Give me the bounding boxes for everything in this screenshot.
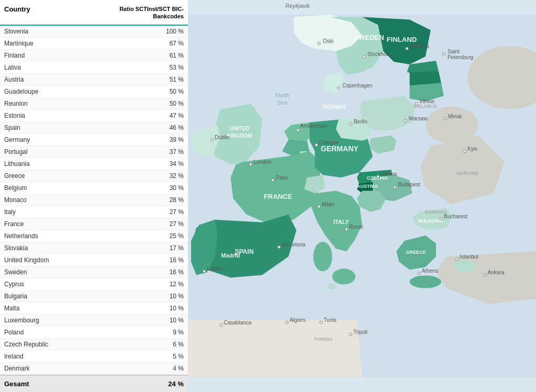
ratio-cell: 4 % bbox=[152, 365, 184, 372]
svg-point-5 bbox=[332, 268, 355, 284]
tripoli-dot bbox=[349, 333, 352, 336]
country-cell: Portugal bbox=[4, 148, 152, 155]
country-cell: Netherlands bbox=[4, 232, 152, 240]
country-cell: Ireland bbox=[4, 353, 152, 360]
country-cell: Martinique bbox=[4, 40, 152, 47]
tunis-dot bbox=[320, 321, 322, 323]
country-cell: Greece bbox=[4, 172, 152, 180]
bucharest-dot bbox=[440, 217, 442, 220]
ankara-dot bbox=[484, 274, 486, 276]
ratio-cell: 27 % bbox=[152, 220, 184, 228]
table-row: Lativa 53 % bbox=[0, 62, 188, 74]
svg-point-7 bbox=[453, 260, 476, 272]
table-row: Spain 46 % bbox=[0, 122, 188, 134]
country-cell: Cyprus bbox=[4, 281, 152, 288]
footer-label: Gesamt bbox=[4, 380, 152, 388]
table-row: Sweden 16 % bbox=[0, 266, 188, 278]
rome-dot bbox=[345, 228, 348, 230]
ratio-cell: 53 % bbox=[152, 64, 184, 71]
copenhagen-dot bbox=[337, 87, 340, 89]
table-row: Portugal 37 % bbox=[0, 146, 188, 158]
country-cell: Lativa bbox=[4, 64, 152, 71]
vilnius-dot bbox=[415, 103, 418, 105]
map-panel: Reykjavik bbox=[188, 0, 536, 392]
cologne-dot bbox=[315, 143, 318, 146]
algiers-dot bbox=[286, 321, 288, 323]
table-row: Denmark 4 % bbox=[0, 363, 188, 375]
ratio-cell: 47 % bbox=[152, 112, 184, 119]
ratio-cell: 10 % bbox=[152, 293, 184, 300]
country-cell: Slovakia bbox=[4, 244, 152, 252]
country-cell: Austria bbox=[4, 76, 152, 83]
country-cell: United Kingdom bbox=[4, 256, 152, 264]
ratio-cell: 51 % bbox=[152, 76, 184, 83]
ratio-cell: 46 % bbox=[152, 124, 184, 131]
saint-petersburg-dot bbox=[442, 52, 445, 55]
madrid-dot bbox=[234, 253, 237, 255]
country-cell: Reunion bbox=[4, 100, 152, 107]
casablanca-dot bbox=[220, 323, 222, 326]
ratio-cell: 30 % bbox=[152, 184, 184, 192]
paris-dot bbox=[271, 179, 274, 182]
europe-map: North Sea SWEDEN FINLAND NORWAY UNITED K… bbox=[188, 0, 536, 392]
table-row: Lithuania 34 % bbox=[0, 158, 188, 170]
country-cell: Czech Republic bbox=[4, 341, 152, 348]
warsaw-dot bbox=[404, 119, 407, 122]
data-table-panel: Country Ratio SCTInst/SCT BIC-Bankcodes … bbox=[0, 0, 188, 392]
table-row: Monaco 28 % bbox=[0, 194, 188, 206]
ratio-cell: 50 % bbox=[152, 100, 184, 107]
ratio-cell: 12 % bbox=[152, 281, 184, 288]
ratio-cell: 17 % bbox=[152, 244, 184, 252]
ratio-cell: 16 % bbox=[152, 268, 184, 276]
helsinki-dot bbox=[406, 47, 408, 50]
country-cell: Finland bbox=[4, 52, 152, 59]
istanbul-dot bbox=[456, 258, 459, 261]
stockholm-dot bbox=[363, 55, 365, 58]
ratio-cell: 34 % bbox=[152, 160, 184, 167]
table-row: France 27 % bbox=[0, 218, 188, 230]
country-cell: Sweden bbox=[4, 268, 152, 276]
ratio-cell: 32 % bbox=[152, 172, 184, 180]
svg-point-3 bbox=[444, 183, 460, 204]
svg-point-8 bbox=[328, 284, 336, 290]
ratio-cell: 9 % bbox=[152, 329, 184, 336]
table-row: Italy 27 % bbox=[0, 206, 188, 218]
country-cell: Bulgaria bbox=[4, 293, 152, 300]
country-cell: Belgium bbox=[4, 184, 152, 192]
table-row: Reunion 50 % bbox=[0, 98, 188, 110]
country-cell: Denmark bbox=[4, 365, 152, 372]
svg-point-4 bbox=[313, 242, 332, 271]
country-cell: Poland bbox=[4, 329, 152, 336]
reykjavik-city-label: Reykjavik bbox=[285, 3, 310, 9]
table-row: Austria 51 % bbox=[0, 74, 188, 86]
table-row: Belgium 30 % bbox=[0, 182, 188, 194]
table-row: Poland 9 % bbox=[0, 327, 188, 339]
country-cell: Monaco bbox=[4, 196, 152, 204]
minsk-dot bbox=[444, 117, 446, 120]
table-body[interactable]: Slovenia 100 % Martinique 67 % Finland 6… bbox=[0, 26, 188, 375]
budapest-dot bbox=[394, 186, 396, 188]
country-cell: Germany bbox=[4, 136, 152, 143]
ratio-cell: 25 % bbox=[152, 232, 184, 240]
ratio-cell: 10 % bbox=[152, 305, 184, 312]
ratio-cell: 50 % bbox=[152, 88, 184, 95]
country-cell: Estonia bbox=[4, 112, 152, 119]
table-row: Ireland 5 % bbox=[0, 351, 188, 363]
ratio-cell: 67 % bbox=[152, 40, 184, 47]
table-header: Country Ratio SCTInst/SCT BIC-Bankcodes bbox=[0, 0, 188, 26]
table-row: Malta 10 % bbox=[0, 303, 188, 315]
milan-dot bbox=[318, 205, 320, 208]
country-cell: Guadeloupe bbox=[4, 88, 152, 95]
ratio-cell: 10 % bbox=[152, 317, 184, 324]
footer-value: 24 % bbox=[152, 380, 184, 388]
country-cell: France bbox=[4, 220, 152, 228]
kyiv-dot bbox=[464, 150, 466, 152]
country-cell: Italy bbox=[4, 208, 152, 216]
ratio-cell: 16 % bbox=[152, 256, 184, 264]
table-row: Slovenia 100 % bbox=[0, 26, 188, 38]
table-row: Slovakia 17 % bbox=[0, 242, 188, 254]
svg-point-6 bbox=[410, 275, 441, 288]
ratio-cell: 27 % bbox=[152, 208, 184, 216]
vienna-dot bbox=[377, 175, 379, 178]
table-row: Netherlands 25 % bbox=[0, 230, 188, 242]
